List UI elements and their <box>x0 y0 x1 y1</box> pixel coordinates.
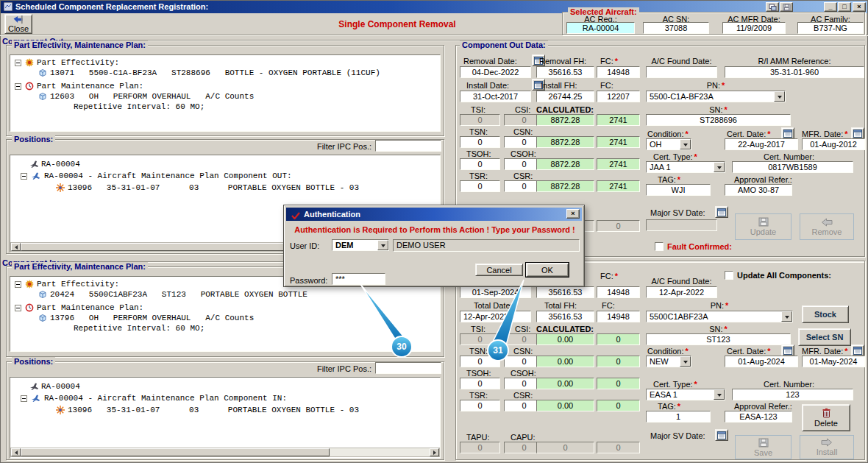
cert-date-field[interactable]: 22-Aug-2017 <box>725 138 798 150</box>
in-install-fc-field[interactable]: 14948 <box>597 286 640 298</box>
tree-expander-icon[interactable] <box>15 305 21 311</box>
in-filter-input[interactable] <box>375 362 441 374</box>
titlebar-tool-icon-2[interactable] <box>780 2 793 12</box>
install-date-field[interactable]: 31-Oct-2017 <box>460 91 531 102</box>
install-fc-field[interactable]: 12207 <box>597 91 640 102</box>
mfr-date-field[interactable]: 01-Aug-2012 <box>802 138 865 150</box>
titlebar-tool-icon-1[interactable] <box>766 2 779 12</box>
tree-item[interactable]: Part Effectivity: <box>37 58 119 68</box>
major-sv-calendar-button[interactable] <box>715 206 728 218</box>
user-id-combo[interactable]: DEM <box>332 239 389 251</box>
tree-item[interactable]: 20424 5500C1ABF23A ST123 PORTABLE OXYGEN… <box>50 290 307 300</box>
found-date-field[interactable] <box>646 66 717 78</box>
removal-fc-field[interactable]: 14948 <box>597 66 640 78</box>
chevron-down-icon[interactable] <box>680 139 691 149</box>
in-approval-refer-field[interactable]: EASA-123 <box>725 411 792 423</box>
minimize-button[interactable]: _ <box>824 2 837 12</box>
tree-item[interactable]: Part Effectivity: <box>37 280 119 289</box>
in-pn-combo[interactable]: 5500C1ABF23A <box>646 311 793 322</box>
remove-button[interactable]: Remove <box>800 213 854 240</box>
cert-date-calendar-button[interactable] <box>781 127 794 139</box>
scroll-right-icon[interactable] <box>430 448 439 456</box>
chevron-down-icon[interactable] <box>377 240 388 250</box>
tsn-field[interactable]: 0 <box>460 136 500 148</box>
tree-item[interactable]: RA-00004 <box>41 160 80 169</box>
install-button[interactable]: Install <box>800 435 854 459</box>
mfr-date-calendar-button[interactable] <box>851 127 864 139</box>
dialog-titlebar[interactable]: Authentication <box>286 208 582 221</box>
tree-expander-icon[interactable] <box>15 83 21 90</box>
close-button[interactable]: Close <box>4 14 32 34</box>
in-cert-date-calendar-button[interactable] <box>781 344 794 356</box>
tree-item[interactable]: Repetitive Interval: 60 MO; <box>74 324 204 333</box>
tree-item[interactable]: Repetitive Interval: 60 MO; <box>74 102 204 112</box>
tsoh-field[interactable]: 0 <box>460 158 500 170</box>
select-sn-button[interactable]: Select SN <box>798 328 851 346</box>
in-install-fh-field[interactable]: 35616.53 <box>536 286 594 298</box>
condition-combo[interactable]: OH <box>646 138 691 150</box>
tree-item[interactable]: 13096 35-31-01-07 03 PORTABLE OXYGEN BOT… <box>68 406 359 415</box>
scroll-left-icon[interactable] <box>11 448 21 456</box>
sn-field[interactable]: ST288696 <box>646 114 791 126</box>
ac-sn-field[interactable]: 37088 <box>643 22 709 34</box>
chevron-down-icon[interactable] <box>714 162 725 172</box>
delete-button[interactable]: Delete <box>802 404 850 431</box>
stock-button[interactable]: Stock <box>802 305 849 323</box>
in-cert-date-field[interactable]: 01-Aug-2024 <box>725 356 798 367</box>
in-tsoh-field[interactable]: 0 <box>460 378 500 389</box>
tree-item[interactable]: RA-00004 - Aircraft Maintenance Plan Com… <box>44 172 292 181</box>
tree-item[interactable]: 12603 OH PERFORM OVERHAUL A/C Counts <box>50 92 254 102</box>
scroll-left-icon[interactable] <box>11 243 21 251</box>
in-tag-field[interactable]: 1 <box>646 411 711 423</box>
tree-expander-icon[interactable] <box>21 395 27 402</box>
fault-confirmed-checkbox[interactable] <box>655 242 664 251</box>
in-sn-field[interactable]: ST123 <box>646 333 791 345</box>
approval-refer-field[interactable]: AMO 30-87 <box>725 184 792 196</box>
cert-number-field[interactable]: 0817WB1589 <box>732 161 853 173</box>
total-fc-field[interactable]: 14948 <box>597 311 640 322</box>
tree-expander-icon[interactable] <box>21 173 27 180</box>
in-positions-scrollbar[interactable] <box>10 448 440 457</box>
update-all-components-checkbox[interactable] <box>725 271 733 280</box>
tree-item[interactable]: 13796 OH PERFORM OVERHAUL A/C Counts <box>50 314 254 323</box>
total-fh-field[interactable]: 35616.53 <box>536 311 594 322</box>
save-button[interactable]: Save <box>735 435 791 459</box>
update-button[interactable]: Update <box>735 213 791 240</box>
in-condition-combo[interactable]: NEW <box>646 356 691 367</box>
in-cert-number-field[interactable]: 123 <box>732 389 853 400</box>
in-tsr-field[interactable]: 0 <box>460 400 500 411</box>
install-fh-field[interactable]: 26744.25 <box>536 91 594 102</box>
chevron-down-icon[interactable] <box>781 311 792 322</box>
tree-expander-icon[interactable] <box>15 281 21 288</box>
close-window-button[interactable]: × <box>853 2 866 12</box>
chevron-down-icon[interactable] <box>714 389 725 400</box>
removal-date-field[interactable]: 04-Dec-2022 <box>460 66 531 78</box>
tag-field[interactable]: WJI <box>646 184 711 196</box>
tree-item[interactable]: Part Maintenance Plan: <box>37 303 143 313</box>
dialog-close-button[interactable]: × <box>566 209 580 219</box>
tree-item[interactable]: RA-00004 - Aircraft Maintenance Plan Com… <box>44 394 287 403</box>
removal-fh-field[interactable]: 35616.53 <box>536 66 594 78</box>
out-filter-input[interactable] <box>375 140 441 152</box>
in-cert-type-combo[interactable]: EASA 1 <box>646 389 725 400</box>
amm-reference-field[interactable]: 35-31-01-960 <box>725 66 864 78</box>
ac-family-field[interactable]: B737-NG <box>797 22 864 34</box>
tree-item[interactable]: 13071 5500-C1A-BF23A ST288696 BOTTLE - O… <box>50 68 380 78</box>
chevron-down-icon[interactable] <box>774 91 785 102</box>
in-found-date-field[interactable]: 12-Apr-2022 <box>646 286 717 298</box>
tree-item[interactable]: RA-00004 <box>41 382 80 392</box>
ac-reg-field[interactable]: RA-00004 <box>566 22 635 34</box>
scrollbar-thumb[interactable] <box>21 448 330 456</box>
tree-expander-icon[interactable] <box>15 60 21 66</box>
tree-item[interactable]: 13096 35-31-01-07 03 PORTABLE OXYGEN BOT… <box>68 183 359 193</box>
tree-item[interactable]: Part Maintenance Plan: <box>37 82 143 91</box>
cert-type-combo[interactable]: JAA 1 <box>646 161 725 173</box>
in-major-sv-calendar-button[interactable] <box>715 429 728 441</box>
maximize-button[interactable]: □ <box>838 2 851 12</box>
chevron-down-icon[interactable] <box>680 356 691 367</box>
pn-combo[interactable]: 5500-C1A-BF23A <box>646 91 786 102</box>
tsr-field[interactable]: 0 <box>460 180 500 192</box>
ac-mfr-date-field[interactable]: 11/9/2009 <box>722 22 786 34</box>
in-mfr-date-field[interactable]: 01-May-2024 <box>802 356 865 367</box>
in-mfr-date-calendar-button[interactable] <box>851 344 864 356</box>
